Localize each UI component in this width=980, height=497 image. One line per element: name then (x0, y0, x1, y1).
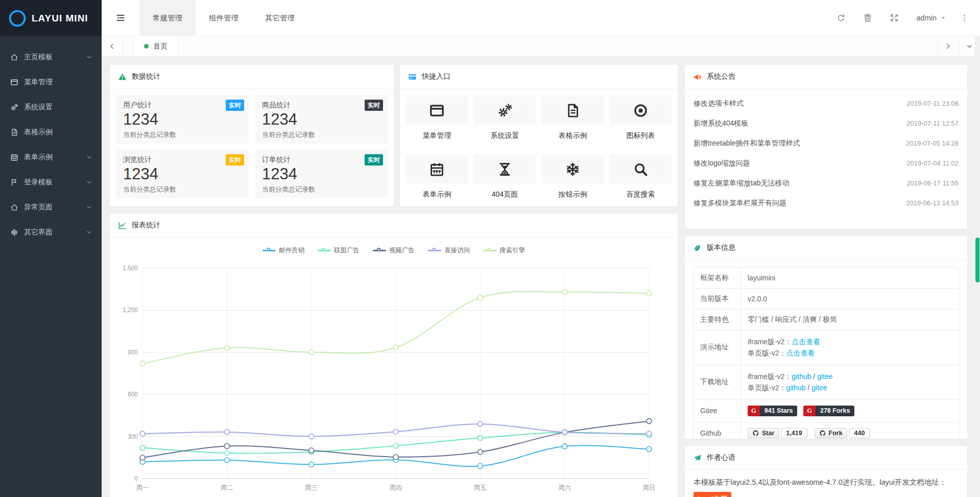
sidebar-item-login-template[interactable]: 登录模板 (0, 170, 102, 195)
quick-entry-table-example[interactable]: 表格示例 (542, 96, 604, 140)
legend-marker (318, 247, 331, 253)
scrollbar-thumb[interactable] (975, 238, 979, 282)
line-chart[interactable]: 周一周二周三周四周五周六周日03006009001,2001,500 (117, 260, 668, 497)
current-version: v2.0.0 (741, 289, 959, 310)
stat-value: 1234 (262, 165, 380, 183)
download-link-gitee[interactable]: gitee (811, 384, 827, 392)
table-row: 演示地址 iframe版-v2：点击查看 单页版-v2：点击查看 (694, 330, 959, 365)
logo-icon (8, 9, 27, 28)
more-menu-button[interactable] (955, 14, 973, 22)
stat-label: 用户统计 (123, 101, 242, 110)
stat-views[interactable]: 浏览统计 实时 1234 当前分类总记录数 (116, 150, 249, 198)
stat-orders[interactable]: 订单统计 实时 1234 当前分类总记录数 (255, 150, 388, 198)
tabs-scroll-right-button[interactable] (937, 36, 959, 56)
snowflake-icon (10, 228, 19, 236)
download-link-github[interactable]: github (786, 384, 805, 392)
sidebar-item-system-settings[interactable]: 系统设置 (0, 94, 102, 120)
download-link-gitee[interactable]: gitee (817, 372, 832, 381)
sidebar-item-home-template[interactable]: 主页模板 (0, 44, 102, 69)
table-row: Github Star 1,419 Fork 440 (694, 422, 959, 439)
card-title: 报表统计 (132, 221, 160, 230)
caret-down-icon (940, 15, 946, 21)
legend-label: 直接访问 (444, 246, 470, 255)
stat-value: 1234 (262, 110, 380, 129)
header-actions: admin (828, 0, 980, 36)
top-header: 常规管理 组件管理 其它管理 admin (102, 0, 980, 36)
demo-link-iframe[interactable]: 点击查看 (792, 338, 820, 346)
calendar-icon (10, 153, 19, 161)
legend-label: 邮件营销 (279, 246, 304, 255)
legend-item[interactable]: 视频广告 (373, 246, 415, 255)
quick-entry-icon-list[interactable]: 图标列表 (610, 96, 672, 140)
sidebar-item-menu-management[interactable]: 菜单管理 (0, 69, 102, 94)
search-icon (610, 155, 672, 183)
app-logo[interactable]: LAYUI MINI (0, 0, 102, 36)
announcement-row[interactable]: 新增系统404模板 2019-07-11 12:57 (694, 113, 959, 133)
announcement-row[interactable]: 修复多模块菜单栏展开有问题 2019-06-13 14:53 (694, 193, 959, 213)
sidebar-fold-button[interactable] (102, 0, 139, 36)
tab-general-management[interactable]: 常规管理 (139, 0, 196, 36)
clear-cache-button[interactable] (854, 13, 881, 22)
gears-icon (10, 103, 19, 111)
chevron-right-icon (944, 42, 952, 50)
announcement-row[interactable]: 修复左侧菜单缩放tab无法移动 2019-06-17 11:55 (694, 173, 959, 193)
stat-users[interactable]: 用户统计 实时 1234 当前分类总记录数 (116, 95, 249, 144)
demo-link-onepage[interactable]: 点击查看 (786, 349, 815, 357)
gitee-stars-badge[interactable]: G941 Stars (748, 406, 797, 416)
quick-entry-baidu-search[interactable]: 百度搜索 (610, 155, 672, 199)
gitee-forks-badge[interactable]: G278 Forks (803, 406, 854, 416)
fullscreen-button[interactable] (881, 13, 907, 22)
legend-marker (373, 247, 386, 253)
author-words-card: 作者心语 本模板基于layui2.5.4以及font-awesome-4.7.0… (685, 446, 967, 497)
sidebar-item-form-example[interactable]: 表单示例 (0, 145, 102, 170)
quick-entry-form-example[interactable]: 表单示例 (406, 155, 468, 199)
tab-other-management[interactable]: 其它管理 (252, 0, 308, 36)
chevron-down-icon (86, 229, 92, 235)
main-features: 零门槛 / 响应式 / 清爽 / 极简 (741, 310, 959, 330)
sidebar-item-table-example[interactable]: 表格示例 (0, 120, 102, 145)
sidebar-item-error-pages[interactable]: 异常页面 (0, 195, 102, 220)
card-title: 作者心语 (707, 453, 735, 462)
announcement-text: 修复多模块菜单栏展开有问题 (694, 199, 786, 208)
quick-entry-button-example[interactable]: 按钮示例 (542, 155, 604, 199)
bullhorn-icon (693, 73, 702, 81)
github-star-badge[interactable]: Star 1,419 (748, 428, 807, 438)
user-dropdown[interactable]: admin (907, 14, 956, 22)
announcement-date: 2019-07-05 14:28 (906, 139, 959, 147)
tab-component-management[interactable]: 组件管理 (196, 0, 252, 36)
card-title: 版本信息 (707, 243, 735, 252)
announcement-row[interactable]: 修改选项卡样式 2019-07-11 23:06 (694, 93, 959, 113)
svg-text:周一: 周一 (136, 484, 149, 491)
quick-entry-menu-management[interactable]: 菜单管理 (406, 96, 468, 140)
username: admin (917, 14, 937, 22)
card-header: 作者心语 (685, 446, 967, 470)
chevron-down-icon (86, 154, 92, 160)
card-header: 快捷入口 (400, 65, 678, 89)
legend-item[interactable]: 邮件营销 (262, 246, 304, 255)
download-link-github[interactable]: github (792, 372, 811, 381)
active-tab-dot (144, 44, 149, 49)
chevron-down-icon (86, 204, 92, 210)
announcement-row[interactable]: 新增treetable插件和菜单管理样式 2019-07-05 14:28 (694, 133, 959, 153)
announcement-date: 2019-06-13 14:53 (906, 199, 959, 207)
announcement-date: 2019-06-17 11:55 (906, 179, 959, 187)
legend-item[interactable]: 搜索引擎 (483, 246, 525, 255)
sidebar-item-other-ui[interactable]: 其它界面 (0, 220, 102, 245)
tab-homepage[interactable]: 首页 (133, 36, 178, 56)
fold-icon (115, 13, 126, 23)
announcement-date: 2019-07-11 23:06 (906, 100, 959, 107)
legend-item[interactable]: 联盟广告 (318, 246, 360, 255)
legend-item[interactable]: 直接访问 (428, 246, 470, 255)
announcement-text: 修复左侧菜单缩放tab无法移动 (694, 179, 789, 188)
quick-entry-system-settings[interactable]: 系统设置 (474, 96, 536, 140)
calendar-icon (406, 155, 468, 183)
stat-products[interactable]: 商品统计 实时 1234 当前分类总记录数 (255, 95, 388, 144)
announcement-row[interactable]: 修改logo缩放问题 2019-07-04 11:02 (694, 153, 959, 173)
layui-doc-badge[interactable]: layui文档 (694, 492, 731, 497)
tabs-scroll-left-button[interactable] (102, 36, 123, 56)
sidebar-item-label: 主页模板 (24, 53, 86, 62)
page-scrollbar[interactable] (974, 36, 980, 497)
quick-entry-404-page[interactable]: 404页面 (474, 155, 536, 199)
github-fork-badge[interactable]: Fork 440 (815, 428, 870, 438)
refresh-button[interactable] (828, 13, 854, 22)
